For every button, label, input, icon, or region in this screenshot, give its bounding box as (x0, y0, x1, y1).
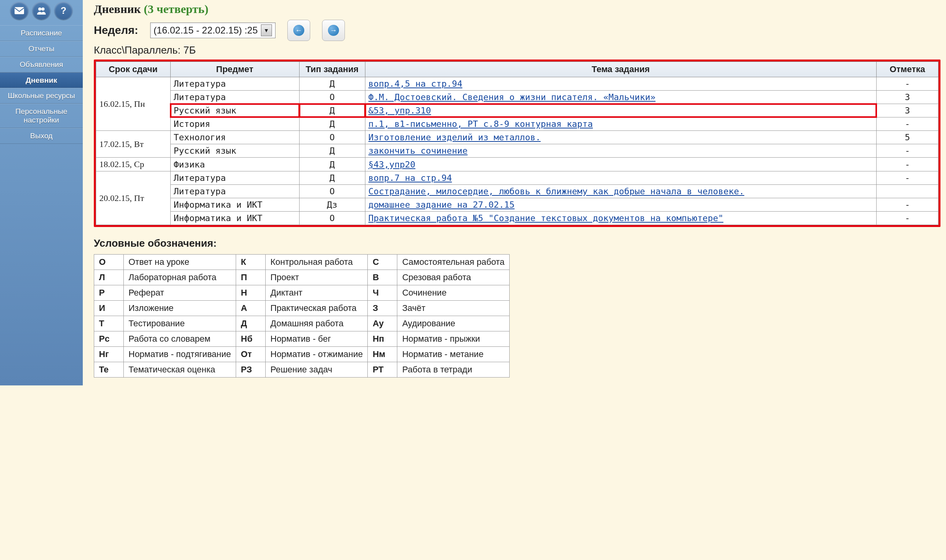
table-row: 18.02.15, СрФизикаД§43,упр20- (96, 158, 939, 171)
due-date-cell: 16.02.15, Пн (96, 77, 171, 131)
week-label: Неделя: (94, 24, 138, 37)
legend-row: ТеТематическая оценкаРЗРешение задачРТРа… (94, 362, 510, 378)
table-row: ИсторияДп.1, в1-письменно, РТ с.8-9 конт… (96, 117, 939, 131)
subject-cell: Информатика и ИКТ (170, 212, 299, 225)
legend-code: Нб (236, 331, 266, 347)
legend-row: ООтвет на урокеККонтрольная работаССамос… (94, 255, 510, 270)
legend-code: Нм (368, 347, 397, 362)
mark-cell: - (877, 171, 939, 185)
chevron-down-icon[interactable]: ▼ (261, 24, 272, 36)
topic-link[interactable]: Практическая работа №5 "Создание текстов… (369, 213, 724, 223)
subject-cell: Русский язык (170, 104, 299, 117)
legend-label: Контрольная работа (266, 255, 368, 270)
legend-label: Зачёт (397, 301, 510, 316)
legend-row: ТТестированиеДДомашняя работаАуАудирован… (94, 316, 510, 331)
subject-cell: Литература (170, 77, 299, 91)
topic-link[interactable]: Сострадание, милосердие, любовь к ближне… (369, 186, 745, 196)
mark-cell: 3 (877, 104, 939, 117)
topic-link[interactable]: домашнее задание на 27.02.15 (369, 200, 515, 210)
sidebar-item[interactable]: Отчеты (0, 41, 83, 57)
users-icon[interactable] (32, 2, 50, 20)
type-cell: Д (299, 117, 365, 131)
subject-cell: Русский язык (170, 144, 299, 158)
topic-link[interactable]: §43,упр20 (369, 160, 415, 169)
page-title: Дневник (3 четверть) (94, 2, 940, 16)
prev-week-button[interactable]: ← (287, 20, 310, 41)
topic-link[interactable]: закончить сочинение (369, 146, 468, 156)
legend-code: РТ (368, 362, 397, 378)
type-cell: Д (299, 144, 365, 158)
topic-cell: Сострадание, милосердие, любовь к ближне… (365, 185, 876, 198)
table-row: Информатика и ИКТОПрактическая работа №5… (96, 212, 939, 225)
help-icon[interactable]: ? (54, 2, 73, 20)
type-cell: О (299, 91, 365, 104)
table-row: 16.02.15, ПнЛитератураДвопр.4,5 на стр.9… (96, 77, 939, 91)
legend-row: НгНорматив - подтягиваниеОтНорматив - от… (94, 347, 510, 362)
sidebar-item[interactable]: Расписание (0, 25, 83, 41)
svg-point-2 (41, 7, 45, 11)
legend-code: Н (236, 285, 266, 301)
legend-label: Диктант (266, 285, 368, 301)
sidebar-item[interactable]: Персональные настройки (0, 104, 83, 128)
legend-label: Работа со словарем (124, 331, 236, 347)
legend-label: Норматив - метание (397, 347, 510, 362)
topic-link[interactable]: вопр.4,5 на стр.94 (369, 79, 462, 89)
legend-label: Сочинение (397, 285, 510, 301)
topic-link[interactable]: Изготовление изделий из металлов. (369, 132, 541, 142)
topic-cell: §43,упр20 (365, 158, 876, 171)
topic-link[interactable]: Ф.М. Достоевский. Сведения о жизни писат… (369, 92, 655, 102)
legend-code: Л (94, 270, 124, 285)
legend-label: Тематическая оценка (124, 362, 236, 378)
type-cell: Д (299, 158, 365, 171)
next-week-button[interactable]: → (322, 20, 345, 41)
legend-code: РЗ (236, 362, 266, 378)
legend-label: Практическая работа (266, 301, 368, 316)
legend-code: К (236, 255, 266, 270)
topic-cell: Ф.М. Достоевский. Сведения о жизни писат… (365, 91, 876, 104)
topic-link[interactable]: п.1, в1-письменно, РТ с.8-9 контурная ка… (369, 119, 593, 129)
type-cell: Д (299, 104, 365, 117)
col-topic: Тема задания (365, 62, 876, 77)
mark-cell: 5 (877, 131, 939, 144)
table-row: Русский языкДзакончить сочинение- (96, 144, 939, 158)
sidebar-item[interactable]: Дневник (0, 73, 83, 88)
sidebar: ? РасписаниеОтчетыОбъявленияДневникШколь… (0, 0, 83, 385)
week-dropdown[interactable]: (16.02.15 - 22.02.15) :25 ▼ (150, 22, 276, 38)
table-row: 20.02.15, ПтЛитератураДвопр.7 на стр.94- (96, 171, 939, 185)
topic-cell: Изготовление изделий из металлов. (365, 131, 876, 144)
table-row: ЛитератураОСострадание, милосердие, любо… (96, 185, 939, 198)
legend-table: ООтвет на урокеККонтрольная работаССамос… (94, 254, 510, 378)
legend-row: РсРабота со словаремНбНорматив - бегНпНо… (94, 331, 510, 347)
mark-cell: - (877, 117, 939, 131)
legend-label: Самостоятельная работа (397, 255, 510, 270)
mark-cell: - (877, 144, 939, 158)
legend-label: Ответ на уроке (124, 255, 236, 270)
subject-cell: Физика (170, 158, 299, 171)
table-row: ЛитератураОФ.М. Достоевский. Сведения о … (96, 91, 939, 104)
type-cell: О (299, 131, 365, 144)
topic-cell: &53, упр.310 (365, 104, 876, 117)
legend-label: Тестирование (124, 316, 236, 331)
legend-code: П (236, 270, 266, 285)
legend-code: Ч (368, 285, 397, 301)
mail-icon[interactable] (10, 2, 28, 20)
mark-cell: - (877, 158, 939, 171)
legend-label: Норматив - прыжки (397, 331, 510, 347)
topic-link[interactable]: вопр.7 на стр.94 (369, 173, 452, 183)
subject-cell: Информатика и ИКТ (170, 198, 299, 212)
mark-cell: 3 (877, 91, 939, 104)
type-cell: Д (299, 77, 365, 91)
sidebar-item[interactable]: Школьные ресурсы (0, 88, 83, 104)
main-content: Дневник (3 четверть) Неделя: (16.02.15 -… (83, 0, 946, 385)
topic-cell: вопр.7 на стр.94 (365, 171, 876, 185)
legend-code: Нг (94, 347, 124, 362)
legend-label: Домашняя работа (266, 316, 368, 331)
table-row: Русский языкД&53, упр.3103 (96, 104, 939, 117)
topic-link[interactable]: &53, упр.310 (369, 106, 431, 115)
mark-cell: - (877, 212, 939, 225)
sidebar-item[interactable]: Объявления (0, 57, 83, 73)
col-subject: Предмет (170, 62, 299, 77)
type-cell: Дз (299, 198, 365, 212)
legend-row: РРефератНДиктантЧСочинение (94, 285, 510, 301)
sidebar-item[interactable]: Выход (0, 128, 83, 144)
